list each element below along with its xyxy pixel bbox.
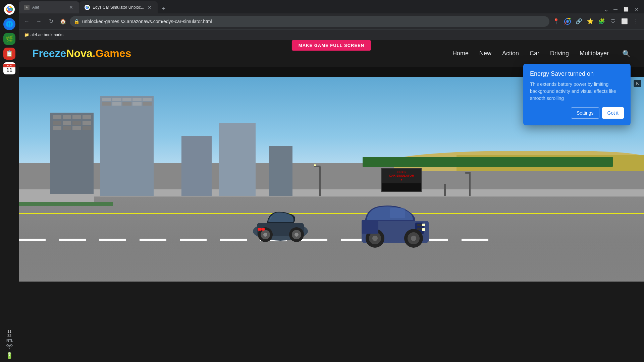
location-icon[interactable]: 📍 xyxy=(551,16,561,27)
tab-bar: A Alef ✕ Edys Car Simulator Unbloc... ✕ … xyxy=(19,0,644,13)
svg-point-17 xyxy=(294,233,299,237)
dock-item-app[interactable]: 🌿 xyxy=(3,32,16,46)
svg-rect-28 xyxy=(422,228,425,231)
page-content-area: FreezeNova.Games Home New Action Car Dri… xyxy=(19,40,644,362)
svg-rect-35 xyxy=(362,220,378,234)
tab-edys[interactable]: Edys Car Simulator Unbloc... ✕ xyxy=(79,1,158,13)
svg-point-34 xyxy=(411,236,416,241)
energy-saver-actions: Settings Got it xyxy=(530,107,624,119)
dock-item-earth[interactable]: 🌐 xyxy=(3,17,16,31)
tab-edys-favicon xyxy=(85,5,90,10)
tab-edys-close[interactable]: ✕ xyxy=(147,5,152,10)
home-button[interactable]: 🏠 xyxy=(58,16,68,27)
road-center-line xyxy=(19,213,644,214)
nav-bar: ← → ↻ 🏠 🔒 unblocked-games.s3.amazonaws.c… xyxy=(19,13,644,29)
dock-time: 11 32 xyxy=(7,329,11,338)
grass-strip xyxy=(19,202,113,206)
nav-driving[interactable]: Driving xyxy=(550,50,569,57)
nav-car[interactable]: Car xyxy=(530,50,539,57)
maximize-button[interactable]: ⬜ xyxy=(621,6,631,12)
new-tab-button[interactable]: + xyxy=(159,4,168,13)
svg-rect-23 xyxy=(390,208,405,218)
svg-point-3 xyxy=(8,8,11,11)
game-trees xyxy=(363,157,613,167)
minimize-button[interactable]: — xyxy=(611,6,620,12)
svg-point-31 xyxy=(372,236,378,241)
dock-item-chrome[interactable] xyxy=(3,3,16,16)
fullscreen-button[interactable]: MAKE GAME FULL SCREEN xyxy=(292,40,371,51)
speed-blur xyxy=(19,241,644,282)
dock-wifi-icon xyxy=(6,344,13,351)
site-nav: Home New Action Car Driving Multiplayer xyxy=(452,50,609,57)
got-it-button[interactable]: Got it xyxy=(602,107,624,119)
building-4 xyxy=(219,123,256,200)
road-edge xyxy=(19,196,644,197)
player-car xyxy=(250,204,311,245)
tab-alef-close[interactable]: ✕ xyxy=(68,5,74,10)
logo-games: Games xyxy=(96,47,131,59)
menu-icon[interactable]: ⋮ xyxy=(631,16,641,27)
svg-rect-19 xyxy=(262,228,265,231)
logo-freeze: Freeze xyxy=(32,47,66,59)
svg-point-9 xyxy=(566,20,569,23)
svg-rect-27 xyxy=(422,224,425,226)
address-text: unblocked-games.s3.amazonaws.com/edys-ca… xyxy=(82,19,545,24)
bookmark-label: alef.ae bookmarks xyxy=(31,33,63,37)
window-controls: ⌄ — ⬜ ✕ xyxy=(599,5,644,13)
building-2 xyxy=(100,96,154,200)
site-search-icon[interactable]: 🔍 xyxy=(622,50,631,58)
tab-alef-favicon: A xyxy=(24,5,30,10)
game-hud: R xyxy=(634,80,641,87)
svg-point-14 xyxy=(263,233,267,237)
tab-alef[interactable]: A Alef ✕ xyxy=(19,1,79,13)
address-bar[interactable]: 🔒 unblocked-games.s3.amazonaws.com/edys-… xyxy=(70,16,549,27)
logo-dot: . xyxy=(93,47,96,59)
billboard: EDYSCAR SIMULATOR▼ xyxy=(381,168,422,192)
back-button[interactable]: ← xyxy=(21,16,32,27)
forward-button[interactable]: → xyxy=(34,16,44,27)
energy-saver-popup: Energy Saver turned on This extends batt… xyxy=(523,64,631,125)
energy-saver-title: Energy Saver turned on xyxy=(530,70,624,77)
nav-new[interactable]: New xyxy=(479,50,491,57)
svg-point-7 xyxy=(87,7,88,8)
site-logo: FreezeNova.Games xyxy=(32,47,131,60)
dock-bottom: 11 32 INTL 🔋 xyxy=(6,329,13,359)
logo-nova: Nova xyxy=(66,47,92,59)
folder-icon: 📁 xyxy=(24,33,29,37)
building-3 xyxy=(181,136,212,200)
dock-item-calendar[interactable]: SUN 11 xyxy=(3,62,16,75)
chrome-logo-small[interactable] xyxy=(562,16,573,27)
nav-multiplayer[interactable]: Multiplayer xyxy=(580,50,609,57)
building-1 xyxy=(50,113,94,200)
energy-saver-description: This extends battery power by limiting b… xyxy=(530,81,624,102)
lock-icon: 🔒 xyxy=(74,19,79,24)
browser-layout: A Alef ✕ Edys Car Simulator Unbloc... ✕ … xyxy=(19,0,644,362)
close-button[interactable]: ✕ xyxy=(632,6,641,13)
dock-calendar-date: 11 xyxy=(6,67,12,73)
bookmark-icon[interactable]: ⭐ xyxy=(585,16,596,27)
share-icon[interactable]: 🔗 xyxy=(574,16,584,27)
svg-rect-18 xyxy=(258,228,262,231)
bookmarks-bar: 📁 alef.ae bookmarks xyxy=(19,29,644,40)
bookmark-folder-alef[interactable]: 📁 alef.ae bookmarks xyxy=(21,32,66,38)
dock-intl-label: INTL xyxy=(6,339,13,343)
nav-action[interactable]: Action xyxy=(502,50,519,57)
reload-button[interactable]: ↻ xyxy=(46,16,56,27)
tab-edys-title: Edys Car Simulator Unbloc... xyxy=(93,5,144,10)
extension-puzzle-icon[interactable]: 🧩 xyxy=(596,16,607,27)
sidebar-icon[interactable]: ⬜ xyxy=(619,16,630,27)
dock-item-red-app[interactable]: 📋 xyxy=(3,47,16,60)
road-white-dashes xyxy=(19,239,644,241)
dock-time-hour: 11 xyxy=(7,329,11,334)
extension-shield-icon[interactable]: 🛡 xyxy=(608,16,619,27)
building-5 xyxy=(269,146,292,200)
collapse-icon[interactable]: ⌄ xyxy=(602,5,610,13)
nav-actions: 📍 🔗 ⭐ 🧩 🛡 ⬜ ⋮ xyxy=(551,16,641,27)
svg-rect-25 xyxy=(417,224,422,226)
tab-alef-title: Alef xyxy=(32,5,66,10)
settings-button[interactable]: Settings xyxy=(571,107,599,119)
os-dock: 🌐 🌿 📋 SUN 11 11 32 INTL 🔋 xyxy=(0,0,19,362)
dock-battery-icon: 🔋 xyxy=(6,352,13,359)
nav-home[interactable]: Home xyxy=(452,50,469,57)
svg-rect-26 xyxy=(417,228,422,230)
